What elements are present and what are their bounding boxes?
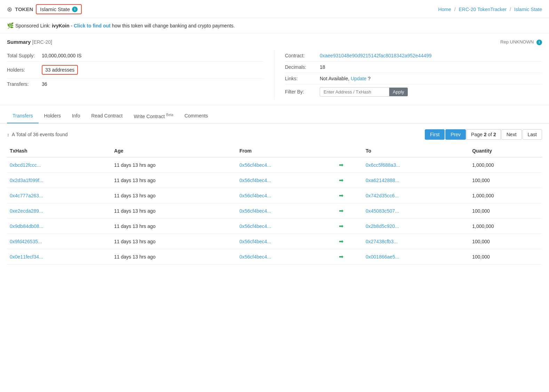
token-label: TOKEN (15, 6, 33, 12)
ivy-brand-link[interactable]: ivyKoin (52, 23, 70, 28)
from-link[interactable]: 0x56cf4bec4... (239, 178, 271, 183)
last-button[interactable]: Last (523, 129, 542, 140)
cell-from: 0x56cf4bec4... (237, 157, 336, 173)
tab-transfers[interactable]: Transfers (7, 109, 39, 123)
txhash-link[interactable]: 0x2d3a1f099f... (10, 178, 43, 183)
prev-button[interactable]: Prev (445, 129, 466, 140)
sponsored-rest: how this token will change banking and c… (112, 23, 235, 28)
cell-from: 0x56cf4bec4... (237, 188, 336, 203)
holders-val: 33 addresses (42, 65, 78, 75)
rep-info-icon[interactable]: i (536, 40, 542, 45)
filter-input[interactable] (320, 87, 389, 97)
transfers-key: Transfers: (7, 81, 42, 87)
decimals-key: Decimals: (285, 64, 320, 70)
txhash-link[interactable]: 0x9db84db08... (10, 223, 43, 229)
cell-to: 0x6cc5f688a3... (363, 157, 469, 173)
breadcrumb-home[interactable]: Home (438, 7, 451, 12)
summary-erc-text: [ERC-20] (32, 39, 52, 45)
table-row: 0xbcd12fccc... 11 days 13 hrs ago 0x56cf… (7, 157, 542, 173)
contract-key: Contract: (285, 53, 320, 58)
transfer-arrow-icon: ➡ (339, 208, 343, 214)
cell-age: 11 days 13 hrs ago (111, 203, 237, 219)
cell-to: 0x001866ae5... (363, 249, 469, 264)
cell-age: 11 days 13 hrs ago (111, 219, 237, 234)
from-link[interactable]: 0x56cf4bec4... (239, 162, 271, 168)
cell-quantity: 1,000,000 (469, 219, 542, 234)
tab-holders[interactable]: Holders (39, 109, 66, 123)
txhash-link[interactable]: 0xe2ecda289... (10, 208, 43, 214)
tab-comments[interactable]: Comments (179, 109, 214, 123)
links-update[interactable]: Update (351, 76, 366, 81)
filter-group: Apply (320, 87, 408, 97)
from-link[interactable]: 0x56cf4bec4... (239, 239, 271, 244)
first-button[interactable]: First (425, 129, 445, 140)
tab-read-contract[interactable]: Read Contract (86, 109, 128, 123)
ivy-cta-link[interactable]: Click to find out (74, 23, 111, 28)
cell-arrow: ➡ (336, 188, 363, 203)
from-link[interactable]: 0x56cf4bec4... (239, 254, 271, 260)
next-button[interactable]: Next (501, 129, 522, 140)
cell-age: 11 days 13 hrs ago (111, 234, 237, 249)
rep-area: Rep UNKNOWN i (500, 39, 542, 45)
txhash-link[interactable]: 0xbcd12fccc... (10, 162, 41, 168)
to-link[interactable]: 0xa62142888... (366, 178, 399, 183)
to-link[interactable]: 0x27438cfb3... (366, 239, 398, 244)
cell-age: 11 days 13 hrs ago (111, 157, 237, 173)
to-link[interactable]: 0x6cc5f688a3... (366, 162, 400, 168)
cell-from: 0x56cf4bec4... (237, 203, 336, 219)
cell-age: 11 days 13 hrs ago (111, 188, 237, 203)
from-link[interactable]: 0x56cf4bec4... (239, 208, 271, 214)
cell-from: 0x56cf4bec4... (237, 173, 336, 188)
to-link[interactable]: 0x001866ae5... (366, 254, 399, 260)
cell-txhash: 0x2d3a1f099f... (7, 173, 111, 188)
filter-row: Filter By: Apply (285, 84, 542, 99)
tabs-row: Transfers Holders Info Read Contract Wri… (0, 109, 549, 124)
total-supply-key: Total Supply: (7, 53, 42, 58)
breadcrumb-tracker[interactable]: ERC-20 TokenTracker (459, 7, 507, 12)
contract-val[interactable]: 0xaee931048e90d9215142fac8018342a952e444… (320, 53, 432, 58)
cell-txhash: 0x0e11fecf34... (7, 249, 111, 264)
tab-info[interactable]: Info (66, 109, 86, 123)
cell-age: 11 days 13 hrs ago (111, 249, 237, 264)
page-header: ⊛ TOKEN Islamic State i Home / ERC-20 To… (0, 0, 549, 18)
table-header-row: TxHash Age From To Quantity (7, 145, 542, 157)
transfer-arrow-icon: ➡ (339, 177, 343, 183)
col-age: Age (111, 145, 237, 157)
txhash-link[interactable]: 0x9fd426535... (10, 239, 42, 244)
cell-to: 0x27438cfb3... (363, 234, 469, 249)
sponsored-bar: 🌿 Sponsored Link: ivyKoin - Click to fin… (0, 18, 549, 33)
token-title-area: ⊛ TOKEN Islamic State i (7, 4, 82, 14)
transfer-arrow-icon: ➡ (339, 223, 343, 229)
txhash-link[interactable]: 0x4c777a263... (10, 193, 43, 198)
to-link[interactable]: 0x45083c507... (366, 208, 399, 214)
to-link[interactable]: 0x742d35cc6... (366, 193, 399, 198)
token-icon: ⊛ (7, 6, 12, 13)
total-supply-row: Total Supply: 10,000,000,000 IS (7, 50, 264, 62)
cell-txhash: 0xe2ecda289... (7, 203, 111, 219)
cell-arrow: ➡ (336, 173, 363, 188)
cell-arrow: ➡ (336, 203, 363, 219)
summary-grid: Total Supply: 10,000,000,000 IS Holders:… (7, 50, 542, 99)
txhash-link[interactable]: 0x0e11fecf34... (10, 254, 43, 260)
links-prefix: Not Available, (320, 76, 351, 81)
from-link[interactable]: 0x56cf4bec4... (239, 193, 271, 198)
from-link[interactable]: 0x56cf4bec4... (239, 223, 271, 229)
cell-txhash: 0x4c777a263... (7, 188, 111, 203)
total-supply-val: 10,000,000,000 IS (42, 53, 81, 58)
summary-title-area: Summary [ERC-20] (7, 39, 52, 45)
events-count: ↕ A Total of 36 events found (7, 132, 68, 137)
cell-quantity: 100,000 (469, 203, 542, 219)
table-row: 0x2d3a1f099f... 11 days 13 hrs ago 0x56c… (7, 173, 542, 188)
table-section: ↕ A Total of 36 events found First Prev … (0, 124, 549, 270)
info-icon[interactable]: i (72, 7, 78, 12)
col-from: From (237, 145, 336, 157)
links-key: Links: (285, 76, 320, 81)
decimals-row: Decimals: 18 (285, 62, 542, 73)
to-link[interactable]: 0x2b8d5c920... (366, 223, 399, 229)
cell-from: 0x56cf4bec4... (237, 234, 336, 249)
apply-button[interactable]: Apply (389, 88, 408, 96)
rep-value: UNKNOWN (510, 39, 534, 44)
transfers-val: 36 (42, 81, 47, 87)
tab-write-contract[interactable]: Write Contract Beta (128, 109, 179, 124)
cell-quantity: 100,000 (469, 249, 542, 264)
